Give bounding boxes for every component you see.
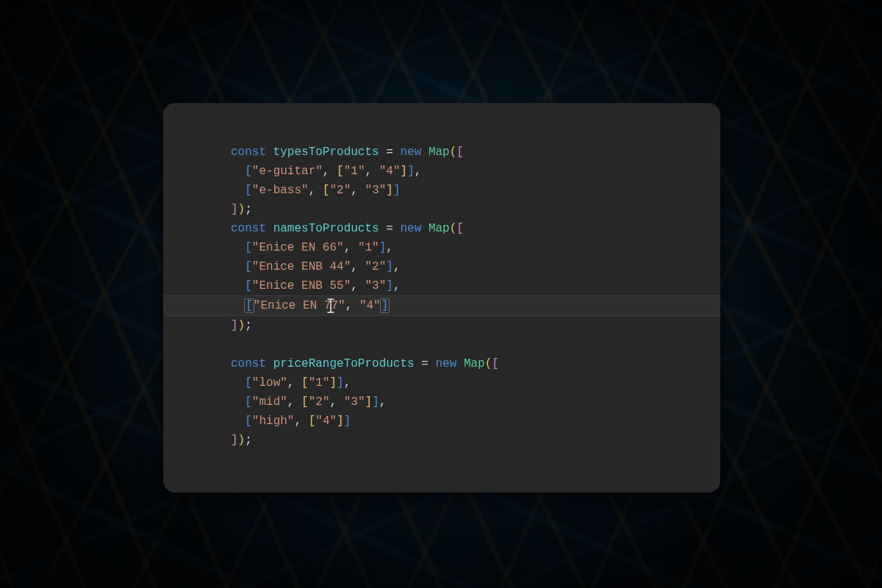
active-line: ["Enice EN 77", "4"] — [163, 295, 720, 316]
matched-bracket-open: [ — [245, 299, 254, 312]
var-priceRangeToProducts: priceRangeToProducts — [273, 357, 415, 370]
key-enice-en-77: "Enice EN 7 — [254, 299, 331, 312]
key-enice-en-66: "Enice EN 66" — [252, 241, 344, 254]
var-typesToProducts: typesToProducts — [273, 146, 379, 159]
keyword-const: const — [231, 146, 266, 159]
key-enice-enb-44: "Enice ENB 44" — [252, 260, 351, 273]
key-mid: "mid" — [252, 395, 287, 409]
var-namesToProducts: namesToProducts — [273, 222, 379, 235]
class-map: Map — [429, 146, 450, 159]
key-e-guitar: "e-guitar" — [252, 165, 323, 178]
key-e-bass: "e-bass" — [252, 184, 309, 197]
key-low: "low" — [252, 376, 287, 390]
keyword-new: new — [400, 146, 421, 159]
matched-bracket-close: ] — [381, 299, 390, 312]
code-editor-window[interactable]: const typesToProducts = new Map([ ["e-gu… — [163, 103, 720, 492]
key-enice-enb-55: "Enice ENB 55" — [252, 279, 351, 293]
code-content[interactable]: const typesToProducts = new Map([ ["e-gu… — [231, 143, 673, 450]
key-high: "high" — [252, 415, 295, 428]
